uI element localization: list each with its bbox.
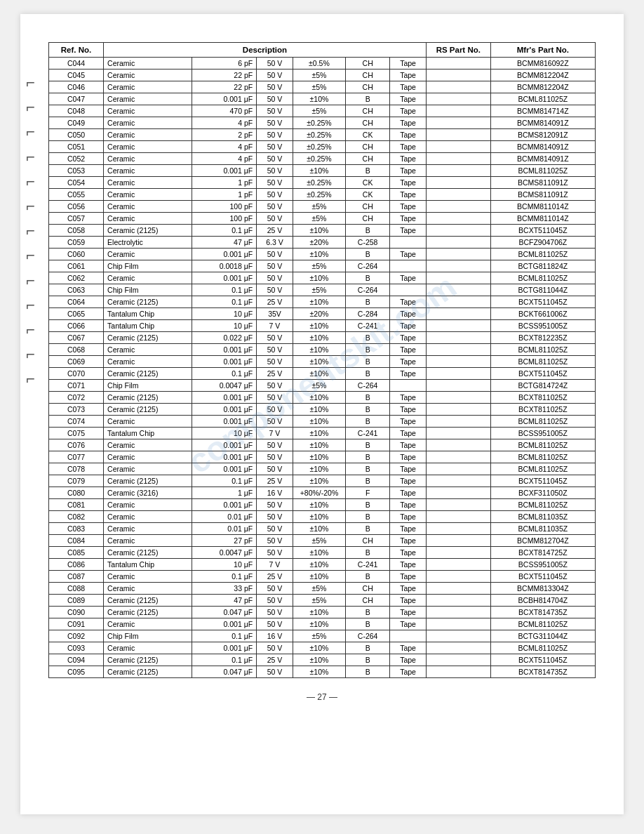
cell-rs xyxy=(426,296,490,308)
page-number: — 27 — xyxy=(48,692,596,702)
cell-mfr: BCXT511045Z xyxy=(490,368,595,380)
cell-desc1: Tantalum Chip xyxy=(104,320,192,332)
cell-mfr: BCMM812204Z xyxy=(490,81,595,93)
cell-desc3: 50 V xyxy=(257,213,293,225)
cell-mfr: BCML811025Z xyxy=(490,344,595,356)
cell-desc2: 4 pF xyxy=(192,117,257,129)
cell-desc6: Tape xyxy=(390,201,427,213)
cell-mfr: BCXT812235Z xyxy=(490,332,595,344)
cell-mfr: BCSS951005Z xyxy=(490,559,595,571)
cell-desc1: Ceramic xyxy=(104,189,192,201)
cell-desc1: Ceramic xyxy=(104,583,192,595)
table-row: C067Ceramic (2125)0.022 μF50 V±10%BTapeB… xyxy=(49,332,596,344)
cell-rs xyxy=(426,416,490,428)
header-description: Description xyxy=(104,43,427,58)
cell-desc3: 50 V xyxy=(257,344,293,356)
cell-desc6: Tape xyxy=(390,595,427,607)
cell-desc1: Ceramic xyxy=(104,201,192,213)
cell-desc1: Ceramic xyxy=(104,523,192,535)
table-row: C066Tantalum Chip10 μF7 V±10%C-241TapeBC… xyxy=(49,320,596,332)
cell-desc1: Ceramic xyxy=(104,141,192,153)
cell-desc3: 50 V xyxy=(257,260,293,272)
cell-desc4: ±10% xyxy=(293,404,345,416)
page: componentskit.com ⌐ ⌐ ⌐ ⌐ ⌐ ⌐ ⌐ ⌐ ⌐ ⌐ ⌐ … xyxy=(20,14,624,814)
header-mfrpart: Mfr's Part No. xyxy=(490,43,595,58)
cell-desc3: 25 V xyxy=(257,368,293,380)
cell-desc6: Tape xyxy=(390,129,427,141)
cell-desc6: Tape xyxy=(390,416,427,428)
cell-desc3: 50 V xyxy=(257,58,293,70)
cell-desc6: Tape xyxy=(390,547,427,559)
cell-desc5: B xyxy=(346,416,390,428)
cell-desc5: CH xyxy=(346,583,390,595)
cell-desc3: 50 V xyxy=(257,523,293,535)
cell-mfr: BCML811025Z xyxy=(490,439,595,451)
cell-desc3: 50 V xyxy=(257,666,293,678)
table-row: C085Ceramic (2125)0.0047 μF50 V±10%BTape… xyxy=(49,547,596,559)
cell-rs xyxy=(426,58,490,70)
header-refno: Ref. No. xyxy=(49,43,104,58)
cell-rs xyxy=(426,260,490,272)
cell-desc2: 0.022 μF xyxy=(192,332,257,344)
cell-rs xyxy=(426,523,490,535)
cell-mfr: BCML811025Z xyxy=(490,618,595,630)
cell-mfr: BCMM813304Z xyxy=(490,583,595,595)
cell-desc4: +80%/-20% xyxy=(293,487,345,499)
table-row: C076Ceramic0.001 μF50 V±10%BTapeBCML8110… xyxy=(49,439,596,451)
cell-desc3: 50 V xyxy=(257,451,293,463)
cell-mfr: BCMM812204Z xyxy=(490,70,595,81)
cell-desc3: 50 V xyxy=(257,416,293,428)
cell-mfr: BCMM816092Z xyxy=(490,58,595,70)
cell-rs xyxy=(426,237,490,249)
cell-ref: C079 xyxy=(49,475,104,487)
cell-rs xyxy=(426,308,490,320)
cell-desc2: 0.001 μF xyxy=(192,618,257,630)
cell-desc4: ±0.5% xyxy=(293,58,345,70)
cell-mfr: BCML811025Z xyxy=(490,463,595,475)
cell-rs xyxy=(426,356,490,368)
table-row: C090Ceramic (2125)0.047 μF50 V±10%BTapeB… xyxy=(49,607,596,618)
cell-ref: C046 xyxy=(49,81,104,93)
cell-ref: C049 xyxy=(49,117,104,129)
table-row: C094Ceramic (2125)0.1 μF25 V±10%BTapeBCX… xyxy=(49,654,596,666)
cell-rs xyxy=(426,153,490,165)
cell-desc3: 7 V xyxy=(257,320,293,332)
table-row: C093Ceramic0.001 μF50 V±10%BTapeBCML8110… xyxy=(49,642,596,654)
cell-desc1: Ceramic xyxy=(104,129,192,141)
cell-desc4: ±20% xyxy=(293,308,345,320)
cell-mfr: BCMS812091Z xyxy=(490,129,595,141)
cell-desc5: CH xyxy=(346,213,390,225)
cell-rs xyxy=(426,451,490,463)
cell-desc1: Chip Film xyxy=(104,380,192,392)
cell-desc2: 0.001 μF xyxy=(192,404,257,416)
cell-desc4: ±10% xyxy=(293,607,345,618)
cell-rs xyxy=(426,117,490,129)
cell-desc6: Tape xyxy=(390,189,427,201)
cell-desc5: C-284 xyxy=(346,308,390,320)
cell-desc5: B xyxy=(346,499,390,511)
cell-desc2: 10 μF xyxy=(192,428,257,439)
cell-desc4: ±5% xyxy=(293,630,345,642)
cell-desc4: ±10% xyxy=(293,93,345,105)
table-row: C092Chip Film0.1 μF16 V±5%C-264BCTG31104… xyxy=(49,630,596,642)
cell-ref: C061 xyxy=(49,260,104,272)
table-row: C086Tantalum Chip10 μF7 V±10%C-241TapeBC… xyxy=(49,559,596,571)
cell-desc2: 0.0047 μF xyxy=(192,380,257,392)
table-row: C071Chip Film0.0047 μF50 V±5%C-264BCTG81… xyxy=(49,380,596,392)
cell-desc6: Tape xyxy=(390,499,427,511)
cell-desc2: 0.001 μF xyxy=(192,344,257,356)
cell-desc5: CH xyxy=(346,201,390,213)
cell-desc2: 22 pF xyxy=(192,70,257,81)
cell-mfr: BCXF311050Z xyxy=(490,487,595,499)
cell-desc4: ±10% xyxy=(293,523,345,535)
cell-desc1: Ceramic xyxy=(104,70,192,81)
cell-desc6: Tape xyxy=(390,463,427,475)
bracket-13: ⌐ xyxy=(26,366,35,391)
cell-desc3: 50 V xyxy=(257,177,293,189)
cell-desc3: 50 V xyxy=(257,607,293,618)
cell-desc3: 50 V xyxy=(257,249,293,260)
cell-desc1: Ceramic xyxy=(104,344,192,356)
cell-desc6: Tape xyxy=(390,105,427,117)
cell-desc3: 50 V xyxy=(257,201,293,213)
cell-desc4: ±5% xyxy=(293,535,345,547)
